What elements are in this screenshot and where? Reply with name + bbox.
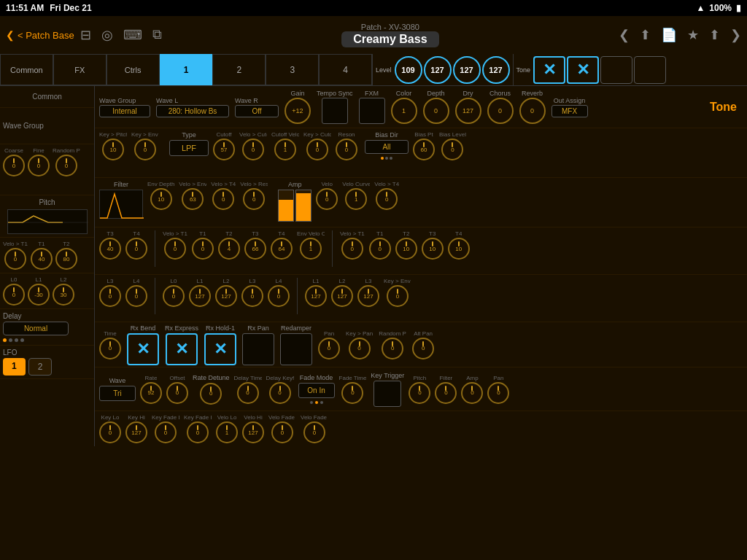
filter-l2-knob[interactable]: 127: [215, 285, 237, 307]
dry-knob[interactable]: 127: [455, 98, 481, 124]
chorus-knob[interactable]: 0: [487, 98, 514, 124]
rx-pan-box[interactable]: [242, 333, 274, 365]
reverb-knob[interactable]: 0: [519, 98, 546, 124]
filter-velo-env-knob[interactable]: 63: [182, 188, 204, 210]
velo-hi-knob[interactable]: 127: [242, 421, 264, 443]
bias-level-knob[interactable]: 0: [441, 139, 463, 160]
tab-4[interactable]: 4: [319, 54, 372, 85]
key-lo-knob[interactable]: 0: [99, 421, 121, 443]
lfo-filter-knob[interactable]: 0: [435, 382, 457, 404]
key-env-t-knob[interactable]: 0: [134, 139, 156, 160]
fxm-box[interactable]: [359, 98, 385, 124]
key-hi-knob[interactable]: 127: [125, 421, 147, 443]
filter-t3-knob[interactable]: 66: [244, 238, 266, 260]
folder-icon[interactable]: ⊟: [80, 27, 91, 43]
filter-velo-reson-knob[interactable]: 0: [243, 188, 265, 210]
random-pitch-knob[interactable]: 0: [55, 155, 77, 176]
pitch-l4-knob[interactable]: 0: [125, 285, 147, 307]
velo-fade-lo-knob[interactable]: 0: [271, 421, 293, 443]
doc-icon[interactable]: 📄: [661, 27, 677, 43]
tab-3[interactable]: 3: [266, 54, 319, 85]
pan-knob[interactable]: 0: [318, 338, 340, 359]
tone-4-btn[interactable]: [634, 56, 666, 84]
reson-knob[interactable]: 0: [336, 139, 357, 160]
filter-velo-t4-knob[interactable]: 0: [212, 188, 234, 210]
pitch-l0-knob[interactable]: 0: [3, 284, 25, 306]
random-pan-knob[interactable]: 0: [382, 338, 403, 359]
amp-velo-knob[interactable]: 0: [316, 188, 338, 210]
redamper-box[interactable]: [280, 333, 312, 365]
velo-cutoff-knob[interactable]: 0: [242, 139, 264, 160]
type-value[interactable]: LPF: [169, 140, 209, 156]
tab-ctrls[interactable]: Ctrls: [107, 54, 160, 85]
level-1-circle[interactable]: 109: [395, 56, 422, 84]
send-icon[interactable]: ⬆: [640, 27, 651, 43]
gain-knob[interactable]: +12: [285, 98, 311, 124]
lfo-key-trigger-box[interactable]: [374, 381, 401, 407]
lfo-btn-2[interactable]: 2: [28, 358, 53, 376]
level-3-circle[interactable]: 127: [453, 56, 481, 84]
lfo-pan-knob[interactable]: 0: [487, 382, 509, 404]
filter-env-depth-knob[interactable]: 10: [150, 188, 172, 210]
tab-common[interactable]: Common: [0, 54, 53, 85]
amp-velo-t1-knob[interactable]: 0: [341, 238, 363, 260]
cutoff-velo-crv-knob[interactable]: 1: [274, 139, 296, 160]
pitch-l3-knob[interactable]: 0: [99, 285, 121, 307]
lfo-fade-mode-value[interactable]: On In: [298, 383, 335, 398]
star-icon[interactable]: ★: [687, 27, 699, 43]
amp-velo-curve-knob[interactable]: 1: [345, 188, 367, 210]
wave-l-value[interactable]: 280: Hollow Bs: [156, 105, 229, 117]
filter-t1-knob[interactable]: 0: [192, 238, 214, 260]
amp-t2-knob[interactable]: 10: [395, 238, 417, 260]
amp-l2-knob[interactable]: 127: [331, 285, 353, 307]
wave-group-value[interactable]: Internal: [99, 105, 150, 117]
depth-knob[interactable]: 0: [423, 98, 449, 124]
key-fade-lo-knob[interactable]: 0: [155, 421, 177, 443]
filter-l1-knob[interactable]: 127: [189, 285, 211, 307]
wave-r-value[interactable]: Off: [235, 105, 279, 117]
color-knob[interactable]: 1: [391, 98, 417, 124]
tab-fx[interactable]: FX: [53, 54, 107, 85]
pitch-t1-knob[interactable]: 40: [31, 248, 53, 270]
tab-1[interactable]: 1: [160, 54, 213, 85]
pitch-l1-knob[interactable]: -30: [28, 284, 50, 306]
face-icon[interactable]: ◎: [101, 27, 113, 43]
delay-time-knob[interactable]: 0: [99, 338, 121, 359]
keyboard-icon[interactable]: ⌨: [123, 27, 142, 43]
nav-prev-icon[interactable]: ❮: [619, 27, 630, 43]
tone-3-btn[interactable]: [600, 56, 632, 84]
filter-l4-knob[interactable]: 0: [268, 285, 290, 307]
rx-express-x[interactable]: ✕: [166, 333, 198, 365]
key-pitch-knob[interactable]: 10: [102, 139, 124, 160]
nav-next-icon[interactable]: ❯: [730, 27, 741, 43]
key-fade-hi-knob[interactable]: 0: [187, 421, 209, 443]
patch-title[interactable]: Creamy Bass: [341, 31, 438, 47]
cutoff-knob[interactable]: 57: [213, 139, 235, 160]
velo-fade-hi-knob[interactable]: 0: [303, 421, 325, 443]
amp-l1-knob[interactable]: 127: [305, 285, 327, 307]
copy-icon[interactable]: ⧉: [152, 27, 162, 43]
lfo-pitch-knob[interactable]: 0: [409, 382, 430, 404]
share-icon[interactable]: ⬆: [709, 27, 720, 43]
fine-knob[interactable]: 0: [28, 155, 50, 176]
out-assign-value[interactable]: MFX: [551, 105, 588, 117]
tone-2-btn[interactable]: ✕: [567, 56, 599, 84]
lfo-offset-knob[interactable]: 0: [166, 382, 188, 404]
pitch-l2-knob[interactable]: 30: [53, 284, 74, 306]
pitch-t3-knob[interactable]: 40: [99, 238, 121, 260]
rx-bend-x[interactable]: ✕: [127, 333, 159, 365]
velo-lo-knob[interactable]: 1: [216, 421, 238, 443]
pitch-t2-knob[interactable]: 80: [55, 248, 77, 270]
amp-velo-t4-knob[interactable]: 0: [376, 188, 398, 210]
pitch-velo-t1-knob[interactable]: 0: [4, 248, 26, 270]
tempo-sync-box[interactable]: [322, 98, 348, 124]
tone-1-btn[interactable]: ✕: [533, 56, 565, 84]
key-pan-knob[interactable]: 0: [349, 338, 371, 359]
filter-l3-knob[interactable]: 0: [241, 285, 263, 307]
filter-t4-knob[interactable]: 64: [271, 238, 293, 260]
lfo-delay-time-knob[interactable]: 0: [237, 382, 259, 404]
level-2-circle[interactable]: 127: [424, 56, 452, 84]
lfo-rate-detune-knob[interactable]: 0: [200, 383, 222, 405]
lfo-delay-keyfollow-knob[interactable]: 0: [269, 382, 291, 404]
lfo-wave-value[interactable]: Tri: [99, 386, 136, 401]
